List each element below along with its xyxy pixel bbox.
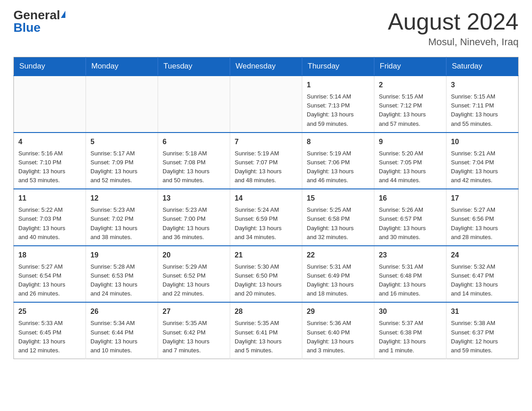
day-cell: 23Sunrise: 5:31 AMSunset: 6:48 PMDayligh…: [374, 246, 446, 303]
day-number: 15: [307, 193, 369, 204]
day-cell: 30Sunrise: 5:37 AMSunset: 6:38 PMDayligh…: [374, 302, 446, 359]
day-cell: 25Sunrise: 5:33 AMSunset: 6:45 PMDayligh…: [14, 302, 86, 359]
day-number: 12: [90, 193, 153, 204]
day-number: 20: [163, 250, 225, 261]
day-cell: 14Sunrise: 5:24 AMSunset: 6:59 PMDayligh…: [230, 189, 302, 246]
day-number: 4: [18, 137, 81, 147]
day-number: 22: [307, 250, 369, 261]
day-cell: 21Sunrise: 5:30 AMSunset: 6:50 PMDayligh…: [230, 246, 302, 303]
day-info: Sunrise: 5:27 AMSunset: 6:54 PMDaylight:…: [18, 262, 81, 299]
day-info: Sunrise: 5:15 AMSunset: 7:11 PMDaylight:…: [451, 92, 514, 128]
day-info: Sunrise: 5:37 AMSunset: 6:38 PMDaylight:…: [379, 319, 442, 355]
day-info: Sunrise: 5:33 AMSunset: 6:45 PMDaylight:…: [18, 319, 81, 355]
title-block: August 2024 Mosul, Nineveh, Iraq: [388, 9, 519, 48]
day-number: 1: [307, 80, 369, 90]
day-info: Sunrise: 5:28 AMSunset: 6:53 PMDaylight:…: [90, 262, 153, 299]
day-number: 10: [451, 137, 514, 147]
logo: General Blue: [13, 9, 65, 34]
day-info: Sunrise: 5:34 AMSunset: 6:44 PMDaylight:…: [90, 319, 153, 355]
day-info: Sunrise: 5:20 AMSunset: 7:05 PMDaylight:…: [379, 149, 442, 185]
day-number: 7: [235, 137, 297, 147]
header-monday: Monday: [86, 57, 158, 76]
day-cell: 12Sunrise: 5:23 AMSunset: 7:02 PMDayligh…: [86, 189, 158, 246]
day-number: 27: [163, 306, 225, 317]
day-info: Sunrise: 5:17 AMSunset: 7:09 PMDaylight:…: [90, 149, 153, 185]
day-info: Sunrise: 5:18 AMSunset: 7:08 PMDaylight:…: [163, 149, 225, 185]
day-info: Sunrise: 5:27 AMSunset: 6:56 PMDaylight:…: [451, 206, 514, 242]
day-info: Sunrise: 5:35 AMSunset: 6:42 PMDaylight:…: [163, 319, 225, 355]
day-number: 16: [379, 193, 442, 204]
day-info: Sunrise: 5:35 AMSunset: 6:41 PMDaylight:…: [235, 319, 297, 355]
day-info: Sunrise: 5:19 AMSunset: 7:06 PMDaylight:…: [307, 149, 369, 185]
days-header-row: SundayMondayTuesdayWednesdayThursdayFrid…: [14, 57, 519, 76]
day-info: Sunrise: 5:14 AMSunset: 7:13 PMDaylight:…: [307, 92, 369, 128]
calendar-subtitle: Mosul, Nineveh, Iraq: [388, 36, 519, 48]
logo-general-text: General: [13, 9, 60, 21]
day-info: Sunrise: 5:30 AMSunset: 6:50 PMDaylight:…: [235, 262, 297, 299]
day-cell: 4Sunrise: 5:16 AMSunset: 7:10 PMDaylight…: [14, 133, 86, 189]
page-header: General Blue August 2024 Mosul, Nineveh,…: [13, 9, 519, 48]
day-cell: 26Sunrise: 5:34 AMSunset: 6:44 PMDayligh…: [86, 302, 158, 359]
day-number: 31: [451, 306, 514, 317]
day-cell: 1Sunrise: 5:14 AMSunset: 7:13 PMDaylight…: [302, 76, 374, 133]
day-info: Sunrise: 5:29 AMSunset: 6:52 PMDaylight:…: [163, 262, 225, 299]
week-row-2: 4Sunrise: 5:16 AMSunset: 7:10 PMDaylight…: [14, 133, 519, 189]
day-cell: 18Sunrise: 5:27 AMSunset: 6:54 PMDayligh…: [14, 246, 86, 303]
day-cell: 22Sunrise: 5:31 AMSunset: 6:49 PMDayligh…: [302, 246, 374, 303]
day-number: 25: [18, 306, 81, 317]
day-cell: 6Sunrise: 5:18 AMSunset: 7:08 PMDaylight…: [158, 133, 230, 189]
day-info: Sunrise: 5:24 AMSunset: 6:59 PMDaylight:…: [235, 206, 297, 242]
day-number: 3: [451, 80, 514, 90]
day-info: Sunrise: 5:32 AMSunset: 6:47 PMDaylight:…: [451, 262, 514, 299]
week-row-3: 11Sunrise: 5:22 AMSunset: 7:03 PMDayligh…: [14, 189, 519, 246]
calendar-title: August 2024: [388, 9, 519, 34]
week-row-5: 25Sunrise: 5:33 AMSunset: 6:45 PMDayligh…: [14, 302, 519, 359]
day-number: 13: [163, 193, 225, 204]
day-cell: [86, 76, 158, 133]
day-info: Sunrise: 5:16 AMSunset: 7:10 PMDaylight:…: [18, 149, 81, 185]
header-tuesday: Tuesday: [158, 57, 230, 76]
day-cell: 24Sunrise: 5:32 AMSunset: 6:47 PMDayligh…: [446, 246, 519, 303]
day-number: 28: [235, 306, 297, 317]
day-info: Sunrise: 5:23 AMSunset: 7:02 PMDaylight:…: [90, 206, 153, 242]
day-cell: [14, 76, 86, 133]
day-cell: 28Sunrise: 5:35 AMSunset: 6:41 PMDayligh…: [230, 302, 302, 359]
day-cell: [230, 76, 302, 133]
day-cell: 20Sunrise: 5:29 AMSunset: 6:52 PMDayligh…: [158, 246, 230, 303]
week-row-1: 1Sunrise: 5:14 AMSunset: 7:13 PMDaylight…: [14, 76, 519, 133]
day-number: 24: [451, 250, 514, 261]
day-cell: [158, 76, 230, 133]
day-number: 2: [379, 80, 442, 90]
day-info: Sunrise: 5:38 AMSunset: 6:37 PMDaylight:…: [451, 319, 514, 355]
day-number: 9: [379, 137, 442, 147]
day-cell: 31Sunrise: 5:38 AMSunset: 6:37 PMDayligh…: [446, 302, 519, 359]
day-cell: 17Sunrise: 5:27 AMSunset: 6:56 PMDayligh…: [446, 189, 519, 246]
week-row-4: 18Sunrise: 5:27 AMSunset: 6:54 PMDayligh…: [14, 246, 519, 303]
day-cell: 11Sunrise: 5:22 AMSunset: 7:03 PMDayligh…: [14, 189, 86, 246]
day-info: Sunrise: 5:26 AMSunset: 6:57 PMDaylight:…: [379, 206, 442, 242]
day-cell: 2Sunrise: 5:15 AMSunset: 7:12 PMDaylight…: [374, 76, 446, 133]
day-cell: 8Sunrise: 5:19 AMSunset: 7:06 PMDaylight…: [302, 133, 374, 189]
day-number: 8: [307, 137, 369, 147]
day-info: Sunrise: 5:19 AMSunset: 7:07 PMDaylight:…: [235, 149, 297, 185]
day-number: 21: [235, 250, 297, 261]
day-cell: 9Sunrise: 5:20 AMSunset: 7:05 PMDaylight…: [374, 133, 446, 189]
day-cell: 29Sunrise: 5:36 AMSunset: 6:40 PMDayligh…: [302, 302, 374, 359]
day-number: 23: [379, 250, 442, 261]
day-info: Sunrise: 5:25 AMSunset: 6:58 PMDaylight:…: [307, 206, 369, 242]
logo-blue-text: Blue: [13, 21, 41, 34]
header-friday: Friday: [374, 57, 446, 76]
header-wednesday: Wednesday: [230, 57, 302, 76]
day-number: 26: [90, 306, 153, 317]
day-cell: 10Sunrise: 5:21 AMSunset: 7:04 PMDayligh…: [446, 133, 519, 189]
day-info: Sunrise: 5:36 AMSunset: 6:40 PMDaylight:…: [307, 319, 369, 355]
day-number: 6: [163, 137, 225, 147]
day-info: Sunrise: 5:23 AMSunset: 7:00 PMDaylight:…: [163, 206, 225, 242]
day-number: 29: [307, 306, 369, 317]
day-number: 30: [379, 306, 442, 317]
day-number: 14: [235, 193, 297, 204]
day-cell: 7Sunrise: 5:19 AMSunset: 7:07 PMDaylight…: [230, 133, 302, 189]
calendar-table: SundayMondayTuesdayWednesdayThursdayFrid…: [13, 57, 519, 359]
header-sunday: Sunday: [14, 57, 86, 76]
day-cell: 15Sunrise: 5:25 AMSunset: 6:58 PMDayligh…: [302, 189, 374, 246]
